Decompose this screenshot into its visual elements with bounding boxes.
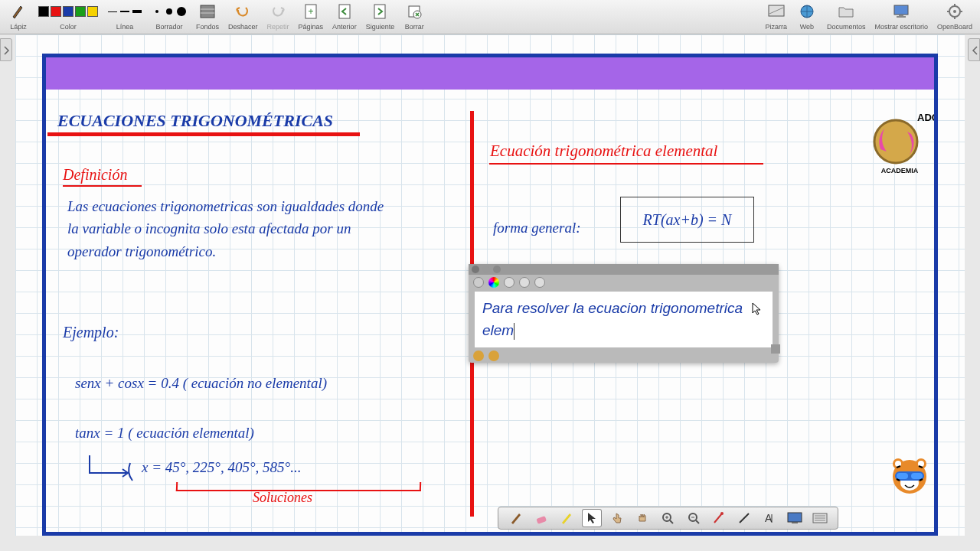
svg-rect-12 xyxy=(894,5,908,15)
menu-icon[interactable] xyxy=(493,266,501,273)
dock-hand-point-icon[interactable] xyxy=(607,509,627,527)
whiteboard-canvas[interactable]: ECUACIONES TRIGONOMÉTRICAS Definición La… xyxy=(15,34,965,536)
mouse-cursor xyxy=(752,302,763,318)
openboard-icon[interactable] xyxy=(944,1,965,22)
color-picker-icon[interactable] xyxy=(488,277,499,288)
footer-tool-2-icon[interactable] xyxy=(488,350,499,361)
line-thick-icon[interactable] xyxy=(132,6,142,17)
fondos-label: Fondos xyxy=(196,23,219,31)
solutions-label: Soluciones xyxy=(253,490,312,506)
eraser-med-icon[interactable] xyxy=(164,6,175,17)
equation-1: senx + cosx = 0.4 ( ecuación no elementa… xyxy=(75,375,327,392)
solution-values: x = 45°, 225°, 405°, 585°... xyxy=(142,459,301,476)
dock-hand-grab-icon[interactable] xyxy=(632,509,652,527)
dock-capture-icon[interactable] xyxy=(785,509,805,527)
web-icon[interactable] xyxy=(796,1,818,22)
tool-group-lapiz: Lápiz xyxy=(8,2,29,31)
tool-group-borrar: Borrar xyxy=(403,2,425,31)
documents-icon[interactable] xyxy=(835,1,857,22)
dock-highlighter-icon[interactable] xyxy=(557,509,577,527)
backgrounds-icon[interactable] xyxy=(197,1,218,22)
svg-rect-42 xyxy=(792,522,798,523)
eraser-small-icon[interactable] xyxy=(152,6,162,17)
tool-group-fondos: Fondos xyxy=(196,2,219,31)
color-swatch-black[interactable] xyxy=(38,6,49,17)
tool-group-repetir: Repetir xyxy=(267,2,289,31)
svg-text:ACADEMIA: ACADEMIA xyxy=(881,167,919,174)
dock-keyboard-icon[interactable] xyxy=(810,509,830,527)
size-up-icon[interactable] xyxy=(519,277,530,288)
color-swatch-red[interactable] xyxy=(51,6,61,17)
definition-underline xyxy=(63,185,142,187)
deshacer-label: Deshacer xyxy=(228,23,258,31)
svg-rect-14 xyxy=(897,16,906,18)
text-editor-footer xyxy=(469,349,779,363)
close-icon[interactable] xyxy=(472,266,479,273)
general-form-label: forma general: xyxy=(493,220,581,236)
svg-line-38 xyxy=(740,514,749,523)
line-thin-icon[interactable] xyxy=(107,6,118,17)
tool-group-escritorio: Mostrar escritorio xyxy=(874,2,928,31)
tool-group-web: Web xyxy=(796,2,818,31)
dock-zoom-in-icon[interactable] xyxy=(658,509,678,527)
dock-eraser-icon[interactable] xyxy=(531,509,551,527)
pen-tool-icon[interactable] xyxy=(8,1,29,22)
align-icon[interactable] xyxy=(534,277,545,288)
resize-handle[interactable] xyxy=(771,344,780,354)
svg-line-35 xyxy=(696,520,699,523)
color-swatch-yellow[interactable] xyxy=(87,6,98,17)
dock-pen-icon[interactable] xyxy=(506,509,526,527)
right-title-underline xyxy=(489,163,763,165)
footer-tool-1-icon[interactable] xyxy=(473,350,484,361)
right-section-title: Ecuación trigonométrica elemental xyxy=(490,142,717,161)
svg-line-31 xyxy=(670,520,673,523)
equation-2: tanx = 1 ( ecuación elemental) xyxy=(75,425,254,442)
escritorio-label: Mostrar escritorio xyxy=(874,23,928,31)
size-down-icon[interactable] xyxy=(504,277,514,288)
tool-group-paginas: + Páginas xyxy=(299,2,324,31)
right-panel-tab[interactable] xyxy=(968,38,980,61)
pizarra-label: Pizarra xyxy=(765,23,787,31)
color-swatch-blue[interactable] xyxy=(63,6,74,17)
dock-text-icon[interactable]: A xyxy=(760,509,779,527)
color-swatch-green[interactable] xyxy=(75,6,86,17)
tool-group-anterior: Anterior xyxy=(332,2,357,31)
text-editor-popup[interactable]: Para resolver la ecuacion trigonometrica… xyxy=(469,264,779,363)
tool-group-color: Color xyxy=(38,2,98,31)
adc-logo: ADC ACADEMIA xyxy=(865,107,934,176)
duplicate-icon[interactable] xyxy=(482,266,490,273)
text-editor-titlebar[interactable] xyxy=(469,264,779,275)
paginas-label: Páginas xyxy=(299,23,324,31)
next-page-icon[interactable] xyxy=(369,1,390,22)
web-label: Web xyxy=(800,23,814,31)
text-editor-toolbar xyxy=(469,275,779,290)
dock-pointer-icon[interactable] xyxy=(582,509,602,527)
redo-icon[interactable] xyxy=(267,1,289,22)
svg-rect-6 xyxy=(374,5,385,18)
lapiz-label: Lápiz xyxy=(10,23,27,31)
eraser-large-icon[interactable] xyxy=(176,6,187,17)
board-icon[interactable] xyxy=(766,1,787,22)
tool-group-borrador: Borrador xyxy=(152,2,187,31)
left-panel-tab[interactable] xyxy=(0,38,12,61)
dock-line-icon[interactable] xyxy=(734,509,754,527)
anterior-label: Anterior xyxy=(332,23,357,31)
line-med-icon[interactable] xyxy=(119,6,130,17)
definition-label: Definición xyxy=(63,166,127,184)
borrar-label: Borrar xyxy=(405,23,424,31)
svg-text:+: + xyxy=(308,6,313,17)
pages-icon[interactable]: + xyxy=(300,1,322,22)
clear-icon[interactable] xyxy=(403,1,425,22)
svg-rect-29 xyxy=(536,516,547,524)
example-label: Ejemplo: xyxy=(63,324,119,341)
dock-laser-icon[interactable] xyxy=(709,509,729,527)
prev-page-icon[interactable] xyxy=(334,1,355,22)
desktop-icon[interactable] xyxy=(890,1,912,22)
color-label: Color xyxy=(60,23,77,31)
bottom-tool-dock: A xyxy=(498,507,838,530)
font-icon[interactable] xyxy=(473,277,484,288)
dock-zoom-out-icon[interactable] xyxy=(684,509,704,527)
tool-group-documentos: Documentos xyxy=(827,2,866,31)
undo-icon[interactable] xyxy=(232,1,253,22)
text-editor-input[interactable]: Para resolver la ecuacion trigonometrica… xyxy=(475,292,773,347)
